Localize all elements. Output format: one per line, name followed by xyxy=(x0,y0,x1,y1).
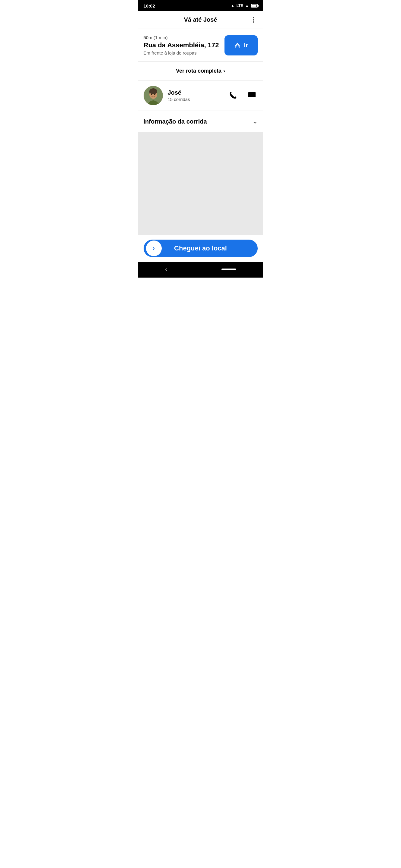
arrow-right-icon: › xyxy=(153,244,155,252)
nav-bar: ‹ xyxy=(138,262,263,278)
route-row: 50m (1 min) Rua da Assembléia, 172 Em fr… xyxy=(138,29,263,62)
message-icon xyxy=(248,91,256,100)
dot3 xyxy=(253,22,254,23)
lte-label: LTE xyxy=(236,4,243,8)
chevron-down-icon: ⌄ xyxy=(252,118,258,125)
header: Vá até José xyxy=(138,11,263,29)
svg-rect-5 xyxy=(248,92,256,97)
arrived-label: Cheguei ao local xyxy=(150,244,252,252)
go-button[interactable]: Ir xyxy=(225,35,258,56)
contact-info: José 15 corridas xyxy=(168,89,223,102)
battery-icon xyxy=(251,4,258,7)
message-button[interactable] xyxy=(246,90,258,102)
ride-info-section[interactable]: Informação da corrida ⌄ xyxy=(138,111,263,132)
ride-info-title: Informação da corrida xyxy=(144,118,207,125)
full-route-label: Ver rota completa xyxy=(176,68,222,74)
home-indicator[interactable] xyxy=(222,269,236,270)
avatar xyxy=(144,86,163,105)
status-bar: 10:02 ▲ LTE ▲ xyxy=(138,0,263,11)
arrived-arrow-container: › xyxy=(146,241,162,256)
dot2 xyxy=(253,19,254,21)
svg-point-3 xyxy=(151,94,152,95)
dot1 xyxy=(253,17,254,19)
back-button[interactable]: ‹ xyxy=(165,266,167,273)
more-options-button[interactable] xyxy=(249,15,258,25)
wifi-icon: ▲ xyxy=(231,3,235,8)
contact-name: José xyxy=(168,89,223,96)
svg-point-4 xyxy=(154,94,155,95)
contact-row: José 15 corridas xyxy=(138,81,263,111)
contact-rides: 15 corridas xyxy=(168,97,223,102)
contact-actions xyxy=(228,90,258,102)
call-button[interactable] xyxy=(228,90,239,102)
signal-icon: ▲ xyxy=(245,3,249,8)
chevron-right-icon: › xyxy=(223,68,225,74)
full-route-button[interactable]: Ver rota completa › xyxy=(138,62,263,81)
route-info: 50m (1 min) Rua da Assembléia, 172 Em fr… xyxy=(144,35,225,56)
route-address: Rua da Assembléia, 172 xyxy=(144,41,225,49)
go-button-label: Ir xyxy=(244,41,248,49)
status-icons: ▲ LTE ▲ xyxy=(231,3,258,8)
status-time: 10:02 xyxy=(144,3,155,8)
arrived-button[interactable]: › Cheguei ao local xyxy=(144,240,258,257)
route-time-distance: 50m (1 min) xyxy=(144,35,225,40)
route-arrows-icon xyxy=(233,41,241,50)
map-area xyxy=(138,132,263,235)
phone-icon xyxy=(229,91,238,100)
page-title: Vá até José xyxy=(184,16,217,23)
bottom-bar: › Cheguei ao local xyxy=(138,235,263,262)
route-hint: Em frente à loja de roupas xyxy=(144,50,225,56)
